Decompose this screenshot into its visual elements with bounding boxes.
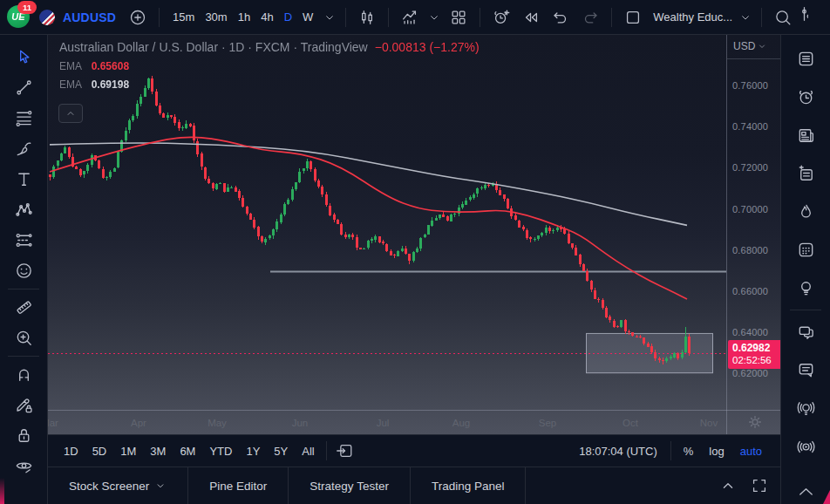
sidebar-hotlists-icon[interactable] — [789, 193, 822, 231]
create-alert-button[interactable] — [488, 4, 514, 31]
price-tick: 0.70000 — [732, 204, 768, 215]
toolbar-separator — [159, 8, 160, 27]
price-axis[interactable]: USD 0.760000.740000.720000.700000.680000… — [727, 35, 780, 434]
chart-area[interactable]: Australian Dollar / U.S. Dollar · 1D · F… — [48, 35, 780, 434]
time-axis[interactable]: MarAprMayJunJulAugSepOctNov — [48, 411, 780, 434]
sidebar-news-icon[interactable] — [789, 117, 822, 155]
timeframe-4h[interactable]: 4h — [255, 7, 278, 27]
range-1m[interactable]: 1M — [113, 441, 143, 461]
corner-glow-left — [0, 478, 4, 504]
sidebar-calendar-icon[interactable] — [789, 231, 822, 269]
tool-fib-lines-icon[interactable] — [7, 103, 40, 133]
price-tick: 0.72000 — [732, 162, 768, 173]
price-canvas[interactable] — [48, 35, 726, 410]
tool-hide-all-icon[interactable] — [7, 451, 40, 481]
chart-change: −0.00813 (−1.27%) — [375, 40, 480, 54]
range-1y[interactable]: 1Y — [239, 441, 267, 461]
tool-cursor-icon[interactable] — [7, 42, 40, 72]
tool-lock-all-icon[interactable] — [7, 420, 40, 451]
save-layout-icon[interactable] — [620, 4, 646, 31]
chart-title: Australian Dollar / U.S. Dollar · 1D · F… — [59, 40, 368, 54]
bottom-range-bar: 1D5D1M3M6MYTD1Y5YAll 18:07:04 (UTC) % lo… — [48, 434, 780, 467]
tool-zoom-in-icon[interactable] — [7, 323, 40, 353]
ema-legend-1[interactable]: EMA 0.65608 — [59, 60, 480, 72]
layout-grid-button[interactable] — [446, 4, 472, 31]
currency-separator — [727, 58, 780, 59]
sidebar-watchlist-icon[interactable] — [789, 40, 822, 78]
goto-date-button[interactable] — [331, 438, 357, 464]
range-6m[interactable]: 6M — [173, 441, 202, 461]
currency-selector[interactable]: USD — [733, 40, 767, 52]
tool-draw-lock-icon[interactable] — [7, 390, 40, 420]
tool-trend-line-icon[interactable] — [7, 72, 40, 103]
timeframe-15m[interactable]: 15m — [167, 7, 200, 27]
timeframe-d[interactable]: D — [279, 7, 297, 27]
timeframe-chevron-down-icon[interactable] — [322, 10, 337, 25]
drawing-toolbar — [0, 35, 48, 504]
time-tick-sep: Sep — [539, 418, 556, 428]
indicators-button[interactable] — [397, 4, 423, 31]
log-scale-button[interactable]: log — [701, 441, 731, 461]
ema-legend-2[interactable]: EMA 0.69198 — [59, 78, 480, 91]
compare-add-symbol-button[interactable] — [125, 4, 151, 31]
tool-forecast-icon[interactable] — [7, 225, 40, 255]
range-3m[interactable]: 3M — [143, 441, 173, 461]
chart-title-row[interactable]: Australian Dollar / U.S. Dollar · 1D · F… — [59, 40, 480, 54]
clock[interactable]: 18:07:04 (UTC) — [579, 445, 666, 458]
price-tick: 0.64000 — [732, 327, 768, 337]
undo-button[interactable] — [548, 4, 574, 31]
chart-style-candles-button[interactable] — [354, 4, 380, 31]
sidebar-ideas-icon[interactable] — [789, 269, 822, 308]
range-1d[interactable]: 1D — [57, 441, 85, 461]
currency-chevron-down-icon — [757, 41, 767, 51]
tool-text-icon[interactable] — [7, 164, 40, 194]
tab-stock-screener[interactable]: Stock Screener — [48, 467, 188, 504]
percent-scale-button[interactable]: % — [676, 441, 702, 461]
ema-label: EMA — [59, 60, 81, 72]
timeframe-30m[interactable]: 30m — [200, 7, 232, 27]
settings-sliders-icon-partial[interactable] — [799, 4, 808, 31]
toolbar-divider — [8, 289, 39, 289]
layout-chevron-down-icon[interactable] — [738, 10, 753, 25]
tab-trading-panel[interactable]: Trading Panel — [411, 467, 527, 504]
range-5d[interactable]: 5D — [85, 441, 114, 461]
fullscreen-button[interactable] — [744, 467, 775, 504]
timeframe-w[interactable]: W — [297, 7, 318, 27]
panel-expand-chevron-up-button[interactable] — [712, 467, 744, 504]
range-ytd[interactable]: YTD — [202, 441, 239, 461]
tool-emoji-icon[interactable] — [7, 255, 40, 286]
search-button[interactable] — [770, 4, 796, 31]
toolbar-divider — [8, 356, 39, 357]
sidebar-comments-icon[interactable] — [789, 351, 822, 390]
sidebar-chats-icon[interactable] — [789, 313, 822, 351]
last-price-value: 0.62982 — [732, 342, 780, 354]
range-5y[interactable]: 5Y — [267, 441, 295, 461]
notification-badge: 11 — [17, 1, 37, 14]
sidebar-home-partial-icon[interactable] — [789, 466, 822, 504]
tool-brush-icon[interactable] — [7, 133, 40, 164]
tab-strategy-tester[interactable]: Strategy Tester — [289, 467, 411, 504]
sidebar-live-icon[interactable] — [789, 427, 822, 466]
layout-name[interactable]: Wealthy Educ... — [653, 10, 732, 24]
toolbar-separator — [761, 8, 762, 27]
sidebar-alerts-icon[interactable] — [789, 78, 822, 117]
chart-settings-gear-icon[interactable] — [745, 412, 765, 432]
indicators-chevron-down-icon[interactable] — [426, 10, 442, 25]
range-all[interactable]: All — [295, 441, 321, 461]
timeframe-1h[interactable]: 1h — [233, 7, 255, 27]
symbol-button[interactable]: AUDUSD — [63, 10, 116, 24]
tool-xabcd-pattern-icon[interactable] — [7, 194, 40, 225]
tool-magnet-icon[interactable] — [7, 359, 40, 390]
bar-replay-button[interactable] — [518, 4, 544, 31]
toolbar-separator — [670, 441, 671, 460]
sidebar-streams-icon[interactable] — [789, 390, 822, 428]
tab-pine-editor[interactable]: Pine Editor — [188, 467, 289, 504]
redo-button[interactable] — [577, 4, 603, 31]
time-tick-nov: Nov — [700, 418, 718, 428]
legend-collapse-button[interactable] — [58, 104, 83, 123]
app-logo[interactable]: UE 11 — [7, 5, 31, 29]
time-tick-mar: Mar — [48, 418, 58, 428]
tool-ruler-icon[interactable] — [7, 292, 40, 323]
sidebar-text-notes-icon[interactable] — [789, 154, 822, 193]
auto-scale-button[interactable]: auto — [732, 441, 770, 461]
